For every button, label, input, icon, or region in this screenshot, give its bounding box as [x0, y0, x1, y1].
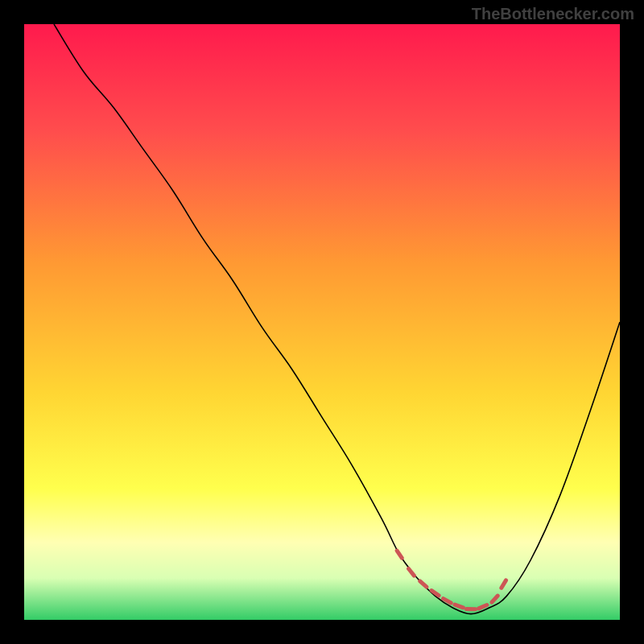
plot-area — [24, 24, 620, 620]
gradient-background — [24, 24, 620, 620]
optimal-marker — [455, 605, 463, 608]
chart-container: TheBottlenecker.com — [0, 0, 644, 644]
watermark-text: TheBottlenecker.com — [472, 5, 634, 23]
chart-svg — [24, 24, 620, 620]
